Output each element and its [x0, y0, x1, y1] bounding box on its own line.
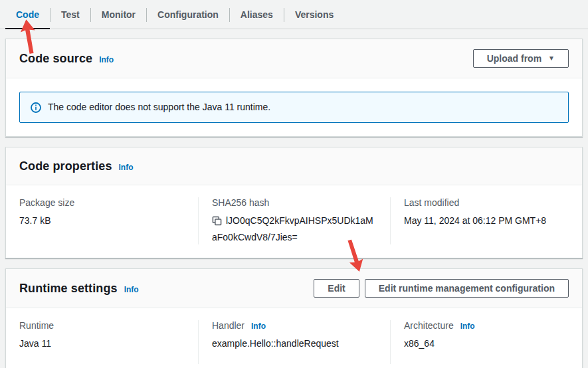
edit-button[interactable]: Edit	[314, 279, 359, 298]
runtime-settings-info-link[interactable]: Info	[124, 285, 139, 294]
architecture-field: Architecture Info x86_64	[390, 320, 582, 364]
code-source-title: Code source	[19, 52, 92, 66]
tab-aliases[interactable]: Aliases	[230, 0, 284, 29]
handler-info-link[interactable]: Info	[251, 322, 266, 331]
architecture-label: Architecture	[404, 320, 454, 331]
caret-down-icon: ▼	[548, 52, 555, 64]
runtime-field: Runtime Java 11	[6, 320, 198, 364]
sha256-hash-label: SHA256 hash	[212, 197, 377, 208]
function-tab-bar: Code Test Monitor Configuration Aliases …	[0, 0, 588, 29]
tab-code[interactable]: Code	[5, 0, 50, 29]
sha256-hash-field: SHA256 hash lJO0qC5Q2kFkvpAIHSPx5UDk1aMa…	[198, 197, 390, 244]
runtime-settings-card: Runtime settings Info Edit Edit runtime …	[5, 268, 583, 368]
upload-from-label: Upload from	[487, 52, 541, 64]
code-properties-info-link[interactable]: Info	[119, 163, 134, 172]
runtime-settings-title: Runtime settings	[19, 282, 118, 296]
upload-from-button[interactable]: Upload from ▼	[473, 49, 569, 68]
sha256-hash-value: lJO0qC5Q2kFkvpAIHSPx5UDk1aMaFo0kCwdV8/7J…	[212, 215, 373, 242]
package-size-label: Package size	[19, 197, 185, 208]
architecture-value: x86_64	[404, 336, 569, 351]
code-source-card: Code source Info Upload from ▼ The code …	[5, 39, 583, 137]
alert-message: The code editor does not support the Jav…	[48, 102, 270, 112]
code-source-info-link[interactable]: Info	[99, 55, 114, 64]
runtime-value: Java 11	[19, 336, 185, 351]
tab-monitor[interactable]: Monitor	[91, 0, 146, 29]
runtime-label: Runtime	[19, 320, 185, 331]
info-circle-icon	[31, 102, 41, 113]
handler-value: example.Hello::handleRequest	[212, 336, 377, 351]
last-modified-label: Last modified	[404, 197, 569, 208]
package-size-field: Package size 73.7 kB	[6, 197, 198, 244]
edit-runtime-management-button[interactable]: Edit runtime management configuration	[365, 279, 569, 298]
tab-configuration[interactable]: Configuration	[147, 0, 229, 29]
code-properties-card: Code properties Info Package size 73.7 k…	[5, 147, 583, 258]
last-modified-field: Last modified May 11, 2024 at 06:12 PM G…	[390, 197, 582, 244]
handler-field: Handler Info example.Hello::handleReques…	[198, 320, 390, 364]
code-editor-info-alert: The code editor does not support the Jav…	[19, 92, 569, 123]
copy-icon[interactable]	[212, 215, 222, 230]
last-modified-value: May 11, 2024 at 06:12 PM GMT+8	[404, 213, 569, 228]
code-properties-title: Code properties	[19, 159, 112, 173]
tab-versions[interactable]: Versions	[284, 0, 344, 29]
package-size-value: 73.7 kB	[19, 213, 185, 228]
tab-test[interactable]: Test	[50, 0, 90, 29]
architecture-info-link[interactable]: Info	[460, 322, 475, 331]
handler-label: Handler	[212, 320, 245, 331]
